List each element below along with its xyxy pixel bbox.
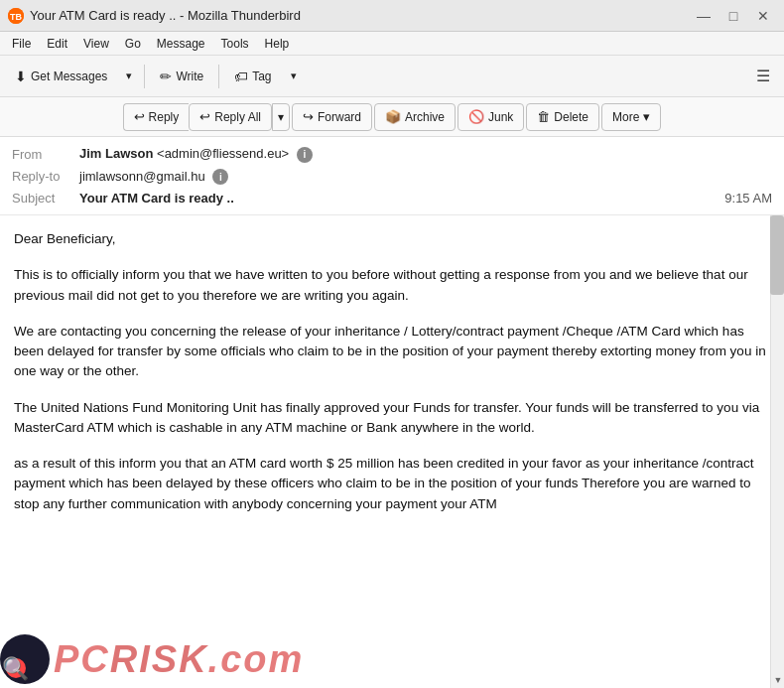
archive-button[interactable]: 📦 Archive (374, 103, 456, 131)
replyto-value: jimlawsonn@gmail.hu i (79, 169, 772, 186)
body-greeting: Dear Beneficiary, (14, 229, 768, 249)
write-label: Write (176, 69, 203, 83)
main-content: From Jim Lawson <admin@fliessend.eu> i R… (0, 137, 784, 688)
toolbar: ⬇ Get Messages ▾ ✏ Write 🏷 Tag ▾ ☰ (0, 56, 784, 97)
email-header: From Jim Lawson <admin@fliessend.eu> i R… (0, 137, 784, 215)
reply-label: Reply (149, 110, 180, 124)
subject-text: Your ATM Card is ready .. (79, 191, 234, 206)
action-bar: ↩ Reply ↩ Reply All ▾ ↪ Forward 📦 Archiv… (0, 97, 784, 137)
menu-view[interactable]: View (75, 35, 117, 53)
menu-tools[interactable]: Tools (213, 35, 257, 53)
more-button[interactable]: More ▾ (601, 103, 661, 131)
menu-message[interactable]: Message (149, 35, 213, 53)
replyto-row: Reply-to jimlawsonn@gmail.hu i (12, 166, 772, 189)
body-paragraph-2: We are contacting you concerning the rel… (14, 322, 768, 382)
body-paragraph-4: as a result of this inform you that an A… (14, 454, 768, 514)
svg-text:TB: TB (10, 12, 22, 22)
body-paragraph-1: This is to officially inform you that we… (14, 265, 768, 306)
minimize-button[interactable]: — (691, 5, 717, 27)
get-messages-dropdown[interactable]: ▾ (120, 62, 138, 91)
from-name: Jim Lawson (79, 146, 153, 161)
menu-file[interactable]: File (4, 35, 39, 53)
email-body-wrapper: Dear Beneficiary, This is to officially … (0, 215, 784, 688)
reply-group: ↩ Reply ↩ Reply All ▾ (123, 103, 290, 131)
maximize-button[interactable]: □ (720, 5, 746, 27)
reply-all-dropdown[interactable]: ▾ (272, 103, 290, 131)
title-bar: TB Your ATM Card is ready .. - Mozilla T… (0, 0, 784, 32)
from-label: From (12, 147, 79, 162)
forward-icon: ↪ (303, 109, 314, 124)
tag-icon: 🏷 (234, 69, 248, 84)
reply-button[interactable]: ↩ Reply (123, 103, 190, 131)
menu-edit[interactable]: Edit (39, 35, 75, 53)
email-body[interactable]: Dear Beneficiary, This is to officially … (0, 215, 784, 688)
replyto-label: Reply-to (12, 169, 79, 184)
delete-icon: 🗑 (537, 109, 550, 124)
forward-label: Forward (318, 110, 361, 124)
menu-go[interactable]: Go (117, 35, 149, 53)
more-label: More (612, 110, 639, 124)
delete-button[interactable]: 🗑 Delete (526, 103, 599, 131)
reply-all-icon: ↩ (199, 109, 210, 124)
reply-all-button[interactable]: ↩ Reply All (189, 103, 272, 131)
hamburger-menu[interactable]: ☰ (748, 62, 778, 91)
window-title: Your ATM Card is ready .. - Mozilla Thun… (30, 8, 691, 23)
archive-icon: 📦 (385, 109, 401, 124)
scrollbar-thumb[interactable] (770, 215, 784, 295)
junk-button[interactable]: 🚫 Junk (457, 103, 524, 131)
get-messages-icon: ⬇ (15, 69, 27, 84)
separator-2 (218, 65, 219, 88)
email-time: 9:15 AM (724, 191, 772, 206)
from-info-icon[interactable]: i (297, 147, 313, 163)
from-value: Jim Lawson <admin@fliessend.eu> i (79, 146, 772, 163)
body-paragraph-3: The United Nations Fund Monitoring Unit … (14, 398, 768, 439)
close-button[interactable]: ✕ (750, 5, 776, 27)
replyto-email: jimlawsonn@gmail.hu (79, 169, 205, 184)
scrollbar[interactable]: ▲ ▼ (770, 215, 784, 688)
archive-label: Archive (405, 110, 445, 124)
from-email: <admin@fliessend.eu> (157, 146, 289, 161)
delete-label: Delete (554, 110, 588, 124)
reply-icon: ↩ (134, 109, 145, 124)
menu-help[interactable]: Help (257, 35, 298, 53)
junk-label: Junk (488, 110, 513, 124)
get-messages-button[interactable]: ⬇ Get Messages (6, 62, 116, 91)
separator-1 (144, 65, 145, 88)
subject-row: Subject Your ATM Card is ready .. 9:15 A… (12, 188, 772, 208)
forward-button[interactable]: ↪ Forward (292, 103, 372, 131)
subject-label: Subject (12, 191, 79, 206)
junk-icon: 🚫 (468, 109, 484, 124)
replyto-info-icon[interactable]: i (212, 169, 228, 185)
tag-label: Tag (252, 69, 271, 83)
from-row: From Jim Lawson <admin@fliessend.eu> i (12, 143, 772, 166)
tag-button[interactable]: 🏷 Tag (225, 62, 280, 91)
app-icon: TB (8, 8, 24, 24)
get-messages-label: Get Messages (31, 69, 107, 83)
more-dropdown-icon: ▾ (643, 109, 650, 124)
scroll-down-arrow[interactable]: ▼ (771, 672, 784, 688)
tag-dropdown[interactable]: ▾ (285, 62, 303, 91)
write-icon: ✏ (160, 69, 172, 84)
subject-value: Your ATM Card is ready .. (79, 191, 724, 206)
reply-all-label: Reply All (214, 110, 261, 124)
window-controls: — □ ✕ (691, 5, 776, 27)
write-button[interactable]: ✏ Write (151, 62, 212, 91)
menu-bar: File Edit View Go Message Tools Help (0, 32, 784, 56)
